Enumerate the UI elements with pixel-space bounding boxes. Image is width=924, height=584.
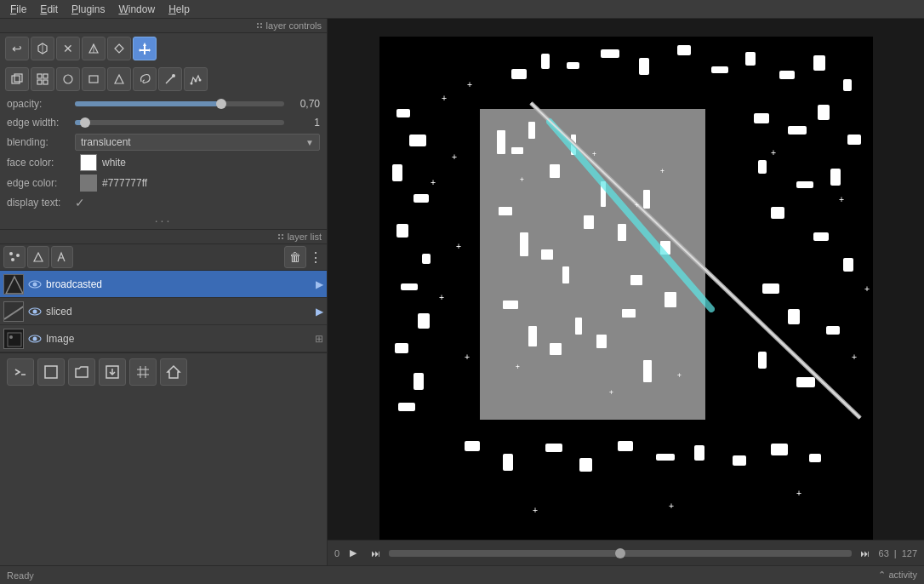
play-button[interactable]: ▶ [345, 545, 362, 562]
delete-layer-button[interactable]: 🗑 [284, 246, 306, 268]
svg-point-26 [33, 282, 37, 286]
folder-button[interactable] [68, 358, 95, 386]
svg-text:+: + [635, 201, 639, 209]
delete-button[interactable]: ✕ [56, 37, 80, 60]
menu-help[interactable]: Help [162, 2, 197, 17]
opacity-slider-thumb[interactable] [216, 99, 226, 109]
activity-label[interactable]: ⌃ activity [878, 570, 917, 581]
svg-rect-114 [622, 309, 636, 318]
transform-origin-button[interactable] [82, 37, 106, 60]
svg-rect-95 [511, 147, 523, 154]
svg-text:+: + [592, 150, 596, 157]
layer-thumb-sliced [3, 301, 24, 322]
edge-color-label: edge color: [7, 177, 75, 189]
opacity-slider-container: 0,70 [75, 98, 320, 110]
menu-edit[interactable]: Edit [33, 2, 65, 17]
layer-arrow-broadcasted: ▶ [316, 278, 323, 290]
new-points-layer-button[interactable] [3, 246, 26, 268]
svg-rect-59 [409, 135, 426, 146]
svg-text:+: + [771, 148, 776, 157]
move-tool-button[interactable] [133, 37, 157, 60]
svg-rect-56 [813, 55, 825, 71]
layer-list-section: layer list 🗑 ⋮ [0, 230, 327, 352]
transform-copy-button[interactable] [107, 37, 131, 60]
layer-options-button[interactable]: ⋮ [308, 246, 323, 268]
menu-plugins[interactable]: Plugins [65, 2, 111, 17]
node-tool-button[interactable] [184, 67, 208, 91]
svg-rect-77 [813, 232, 829, 241]
layer-row-broadcasted[interactable]: broadcasted ▶ [0, 271, 327, 298]
svg-rect-82 [758, 352, 767, 369]
transform-back-button[interactable]: ↩ [5, 37, 29, 60]
blending-dropdown[interactable]: translucent ▼ [75, 134, 320, 151]
add-layer-button[interactable] [31, 37, 54, 60]
circle-select-button[interactable] [56, 67, 80, 91]
import-button[interactable] [99, 358, 126, 386]
opacity-slider-track[interactable] [75, 101, 284, 106]
svg-text:+: + [516, 363, 520, 370]
svg-rect-49 [567, 62, 579, 69]
face-color-swatch[interactable] [80, 154, 97, 171]
layer-row-image[interactable]: Image ⊞ [0, 325, 327, 352]
menu-window[interactable]: Window [111, 2, 162, 17]
svg-text:+: + [669, 501, 674, 511]
new-canvas-button[interactable] [37, 358, 65, 386]
layer-list-toolbar: 🗑 ⋮ [0, 244, 327, 271]
layer-eye-broadcasted[interactable] [27, 277, 43, 292]
svg-point-16 [191, 83, 193, 85]
grid-button[interactable] [129, 358, 157, 386]
console-button[interactable] [7, 358, 34, 386]
svg-rect-47 [511, 69, 527, 79]
svg-rect-76 [771, 207, 784, 219]
svg-rect-111 [550, 343, 562, 355]
layer-list: broadcasted ▶ sliced ▶ [0, 271, 327, 352]
svg-rect-12 [89, 76, 98, 83]
svg-rect-116 [664, 292, 676, 307]
svg-rect-100 [520, 232, 528, 256]
layer-row-sliced[interactable]: sliced ▶ [0, 298, 327, 325]
timeline-track[interactable] [389, 550, 851, 557]
opacity-row: opacity: 0,70 [0, 94, 327, 113]
frame-separator: | [894, 548, 897, 558]
svg-rect-61 [414, 194, 429, 203]
link-button[interactable] [31, 67, 54, 91]
step-forward-button[interactable]: ⏭ [367, 545, 384, 562]
svg-text:+: + [467, 80, 472, 89]
svg-rect-64 [401, 283, 418, 290]
timeline-position [615, 548, 625, 558]
timeline-end-button[interactable]: ⏭ [857, 545, 874, 562]
svg-text:+: + [465, 352, 470, 362]
edge-width-slider-thumb[interactable] [80, 117, 90, 128]
new-label-layer-button[interactable] [51, 246, 73, 268]
svg-rect-87 [579, 458, 592, 472]
new-shape-layer-button[interactable] [27, 246, 49, 268]
svg-point-33 [9, 335, 13, 339]
duplicate-button[interactable] [5, 67, 29, 91]
svg-rect-70 [788, 126, 807, 135]
svg-rect-92 [771, 444, 788, 455]
home-button[interactable] [160, 358, 187, 386]
display-text-checkbox[interactable]: ✓ [75, 196, 85, 209]
layer-name-broadcasted: broadcasted [46, 278, 312, 290]
svg-text:+: + [852, 352, 857, 362]
lasso-select-button[interactable] [133, 67, 157, 91]
rect-select-button[interactable] [82, 67, 106, 91]
triangle-button[interactable] [107, 67, 131, 91]
edge-width-slider-track[interactable] [75, 120, 284, 125]
pen-tool-button[interactable] [158, 67, 182, 91]
svg-rect-37 [45, 366, 57, 378]
svg-rect-57 [843, 79, 852, 91]
menu-file[interactable]: File [3, 2, 33, 17]
svg-rect-50 [601, 49, 619, 58]
frame-start: 0 [334, 548, 339, 558]
svg-rect-55 [779, 71, 795, 79]
more-options[interactable]: ··· [0, 212, 327, 229]
edge-width-value: 1 [289, 117, 320, 129]
svg-rect-97 [550, 164, 560, 178]
edge-color-swatch[interactable] [80, 175, 97, 192]
layer-eye-image[interactable] [27, 331, 43, 346]
svg-rect-115 [643, 360, 652, 382]
layer-icon-image: ⊞ [315, 333, 323, 345]
svg-point-35 [33, 336, 37, 341]
layer-eye-sliced[interactable] [27, 304, 43, 319]
